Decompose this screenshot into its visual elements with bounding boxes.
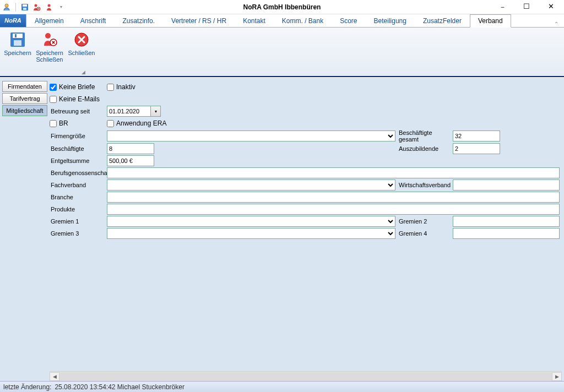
content-area: Firmendaten Tarifvertrag Mitgliedschaft …	[0, 77, 564, 381]
anwendung-era-input[interactable]	[107, 120, 114, 127]
produkte-label: Produkte	[50, 206, 107, 213]
save-button[interactable]: Speichern	[2, 30, 33, 56]
gremien2-label: Gremien 2	[395, 218, 453, 225]
tab-verband[interactable]: Verband	[470, 14, 511, 28]
gremien1-label: Gremien 1	[50, 218, 107, 225]
close-button[interactable]: Schließen	[66, 30, 97, 56]
wirtschaftsverband-input[interactable]	[453, 179, 560, 190]
dialog-launcher-icon[interactable]: ◢	[82, 69, 85, 75]
save-icon[interactable]	[20, 3, 29, 12]
user-icon[interactable]	[2, 3, 11, 12]
branche-label: Branche	[50, 194, 107, 200]
tab-zusatzinfo[interactable]: Zusatzinfo.	[114, 14, 163, 27]
inaktiv-input[interactable]	[107, 84, 114, 91]
window-controls: － ☐ ✕	[496, 2, 562, 12]
horizontal-scrollbar[interactable]: ◀ ▶	[50, 371, 562, 381]
sidetab-tarifvertrag[interactable]: Tarifvertrag	[2, 93, 47, 104]
scroll-left-icon[interactable]: ◀	[50, 372, 59, 381]
fachverband-label: Fachverband	[50, 182, 107, 188]
svg-rect-3	[23, 8, 26, 10]
svg-point-4	[35, 4, 37, 7]
sidetab-mitgliedschaft[interactable]: Mitgliedschaft	[2, 105, 47, 116]
form-area: Keine Briefe Inaktiv Keine E-Mails Betre…	[50, 78, 564, 381]
gremien4-input[interactable]	[453, 228, 560, 239]
br-input[interactable]	[50, 120, 57, 127]
svg-point-6	[48, 4, 51, 7]
scroll-right-icon[interactable]: ▶	[552, 372, 562, 381]
window-title: NoRA GmbH Ibbenbüren	[243, 3, 321, 11]
close-icon	[73, 31, 90, 48]
auszubildende-input[interactable]	[453, 143, 500, 154]
svg-point-0	[5, 4, 8, 7]
keine-briefe-input[interactable]	[50, 84, 57, 91]
fachverband-select[interactable]	[107, 179, 395, 190]
svg-point-11	[45, 33, 51, 39]
tab-kontakt[interactable]: Kontakt	[235, 14, 274, 27]
keine-emails-checkbox[interactable]: Keine E-Mails	[50, 95, 107, 103]
delete-user-icon[interactable]	[32, 3, 41, 12]
scroll-track[interactable]	[59, 372, 552, 381]
save-large-icon	[9, 31, 26, 48]
side-tabs: Firmendaten Tarifvertrag Mitgliedschaft	[0, 78, 50, 381]
gremien1-select[interactable]	[107, 216, 395, 227]
gremien4-label: Gremien 4	[395, 230, 453, 237]
save-close-icon	[41, 31, 58, 48]
ribbon-body: Speichern Speichern Schließen Schließen …	[0, 28, 564, 77]
entgeltsumme-input[interactable]	[107, 155, 154, 166]
tab-vertreter[interactable]: Vertreter / RS / HR	[163, 14, 235, 27]
betreuung-seit-label: Betreuung seit	[50, 108, 107, 115]
entgeltsumme-label: Entgeltsumme	[50, 157, 107, 164]
keine-briefe-checkbox[interactable]: Keine Briefe	[50, 83, 107, 91]
save-close-button[interactable]: Speichern Schließen	[34, 30, 65, 63]
svg-rect-8	[13, 34, 23, 38]
beschaeftigte-label: Beschäftigte	[50, 145, 107, 152]
betreuung-seit-input[interactable]	[107, 106, 151, 117]
statusbar: letzte Änderung: 25.08.2020 13:54:42 Mic…	[0, 381, 564, 392]
svg-rect-9	[14, 40, 21, 46]
tab-beteiligung[interactable]: Beteiligung	[366, 14, 415, 27]
tab-score[interactable]: Score	[332, 14, 365, 27]
besch-gesamt-label: Beschäftigte gesamt	[395, 129, 453, 143]
tab-komm-bank[interactable]: Komm. / Bank	[274, 14, 332, 27]
inaktiv-checkbox[interactable]: Inaktiv	[107, 83, 135, 91]
gremien3-select[interactable]	[107, 228, 395, 239]
wirtschaftsverband-label: Wirtschaftsverband	[395, 182, 453, 188]
date-dropdown-icon[interactable]: ▾	[151, 106, 161, 117]
svg-rect-2	[23, 4, 27, 7]
maximize-button[interactable]: ☐	[520, 2, 533, 12]
anwendung-era-checkbox[interactable]: Anwendung ERA	[107, 119, 166, 127]
betreuung-seit-date[interactable]: ▾	[107, 106, 161, 117]
status-label: letzte Änderung:	[3, 383, 51, 391]
tab-zusatzfelder[interactable]: ZusatzFelder	[415, 14, 470, 27]
titlebar: ▾ NoRA GmbH Ibbenbüren － ☐ ✕	[0, 0, 564, 14]
besch-gesamt-input[interactable]	[453, 130, 500, 141]
branche-input[interactable]	[107, 192, 560, 203]
produkte-input[interactable]	[107, 204, 560, 215]
berufsgen-label: Berufsgenossenschaft	[50, 170, 107, 176]
quick-access-toolbar: ▾	[2, 3, 66, 12]
firmengroesse-label: Firmengröße	[50, 133, 107, 139]
qat-dropdown-icon[interactable]: ▾	[57, 3, 66, 12]
svg-rect-10	[15, 34, 17, 37]
status-value: 25.08.2020 13:54:42 Michael Stuckenbröke…	[55, 383, 185, 391]
tab-allgemein[interactable]: Allgemein	[26, 14, 72, 27]
minimize-button[interactable]: －	[496, 2, 509, 12]
beschaeftigte-input[interactable]	[107, 143, 154, 154]
br-checkbox[interactable]: BR	[50, 119, 107, 127]
sidetab-firmendaten[interactable]: Firmendaten	[2, 81, 47, 92]
gremien3-label: Gremien 3	[50, 230, 107, 237]
berufsgen-input[interactable]	[107, 167, 560, 178]
user-small-icon[interactable]	[45, 3, 53, 12]
keine-emails-input[interactable]	[50, 96, 57, 103]
app-logo-tab[interactable]: NoRA	[0, 14, 26, 27]
close-window-button[interactable]: ✕	[544, 2, 557, 12]
tab-anschrift[interactable]: Anschrift	[72, 14, 115, 27]
firmengroesse-select[interactable]	[107, 130, 395, 141]
ribbon-collapse-icon[interactable]: ⌃	[549, 21, 564, 27]
auszubildende-label: Auszubildende	[395, 145, 453, 152]
gremien2-input[interactable]	[453, 216, 560, 227]
ribbon-tabs: NoRA Allgemein Anschrift Zusatzinfo. Ver…	[0, 14, 564, 28]
